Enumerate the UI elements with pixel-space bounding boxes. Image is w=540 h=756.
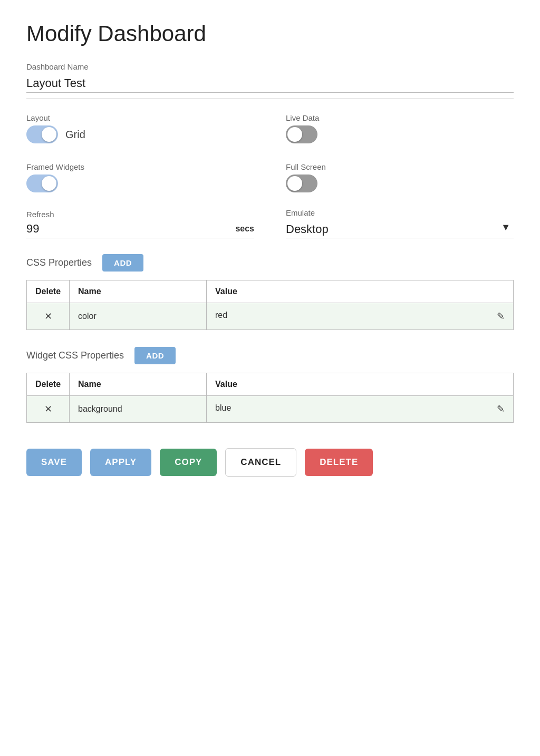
css-properties-section: CSS Properties ADD Delete Name Value ✕ c… (26, 254, 514, 330)
css-value-cell: red ✎ (207, 303, 514, 330)
full-screen-toggle[interactable] (286, 175, 317, 192)
delete-icon[interactable]: ✕ (44, 404, 52, 414)
widget-css-properties-table: Delete Name Value ✕ background blue ✎ (26, 373, 514, 423)
css-properties-table: Delete Name Value ✕ color red ✎ (26, 280, 514, 330)
delete-icon[interactable]: ✕ (44, 311, 52, 322)
emulate-select-wrap: Desktop Mobile Tablet ▼ (286, 220, 514, 238)
full-screen-label: Full Screen (286, 162, 514, 171)
framed-widgets-label: Framed Widgets (26, 162, 254, 171)
css-col-value: Value (207, 280, 514, 303)
css-delete-cell: ✕ (27, 303, 70, 330)
css-col-name: Name (70, 280, 207, 303)
widget-css-properties-section: Widget CSS Properties ADD Delete Name Va… (26, 347, 514, 423)
dashboard-name-input[interactable] (26, 74, 514, 93)
widget-css-properties-title: Widget CSS Properties (26, 350, 124, 361)
apply-button[interactable]: APPLY (90, 449, 151, 476)
framed-widgets-toggle[interactable] (26, 175, 58, 192)
widget-value-cell: blue ✎ (207, 396, 514, 423)
css-properties-title: CSS Properties (26, 257, 92, 268)
widget-col-delete: Delete (27, 373, 70, 396)
edit-icon[interactable]: ✎ (497, 403, 505, 415)
live-data-toggle[interactable] (286, 125, 317, 143)
widget-css-properties-header: Widget CSS Properties ADD (26, 347, 514, 364)
refresh-input[interactable] (26, 222, 231, 236)
dashboard-name-label: Dashboard Name (26, 62, 514, 71)
layout-label: Layout (26, 113, 254, 122)
edit-icon[interactable]: ✎ (497, 311, 505, 322)
page-title: Modify Dashboard (26, 21, 514, 46)
delete-button[interactable]: DELETE (305, 449, 373, 476)
layout-toggle-label: Grid (65, 129, 85, 141)
css-name-cell: color (70, 303, 207, 330)
refresh-unit: secs (235, 224, 254, 234)
table-row: ✕ background blue ✎ (27, 396, 514, 423)
css-properties-add-button[interactable]: ADD (102, 254, 143, 272)
divider (26, 98, 514, 99)
action-bar: SAVE APPLY COPY CANCEL DELETE (26, 448, 514, 477)
layout-toggle[interactable] (26, 125, 58, 143)
emulate-label: Emulate (286, 208, 514, 217)
css-col-delete: Delete (27, 280, 70, 303)
cancel-button[interactable]: CANCEL (225, 448, 296, 477)
widget-col-value: Value (207, 373, 514, 396)
widget-delete-cell: ✕ (27, 396, 70, 423)
table-row: ✕ color red ✎ (27, 303, 514, 330)
refresh-label: Refresh (26, 210, 254, 219)
widget-css-properties-add-button[interactable]: ADD (134, 347, 176, 364)
live-data-label: Live Data (286, 113, 514, 122)
copy-button[interactable]: COPY (160, 449, 217, 476)
widget-col-name: Name (70, 373, 207, 396)
css-properties-header: CSS Properties ADD (26, 254, 514, 272)
emulate-select[interactable]: Desktop Mobile Tablet (286, 220, 514, 238)
save-button[interactable]: SAVE (26, 449, 82, 476)
widget-name-cell: background (70, 396, 207, 423)
